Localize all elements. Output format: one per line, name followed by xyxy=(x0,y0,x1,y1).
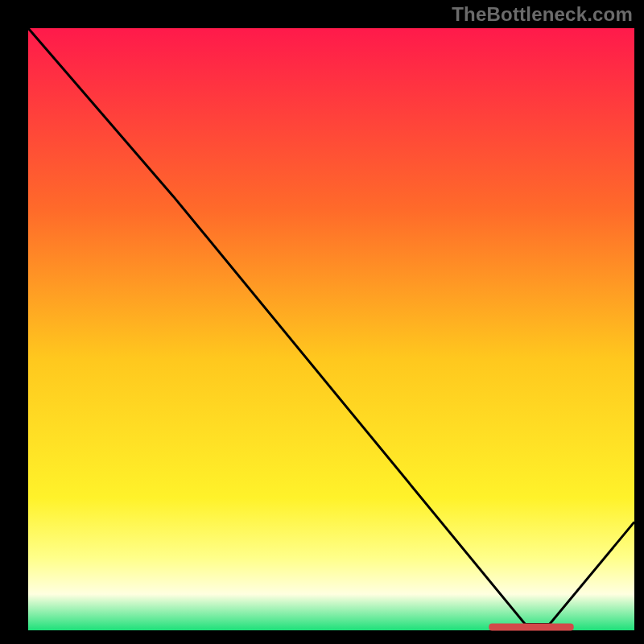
plot-background xyxy=(28,28,634,630)
optimal-range-marker xyxy=(489,624,573,631)
bottleneck-chart xyxy=(0,0,644,644)
chart-frame: TheBottleneck.com xyxy=(0,0,644,644)
